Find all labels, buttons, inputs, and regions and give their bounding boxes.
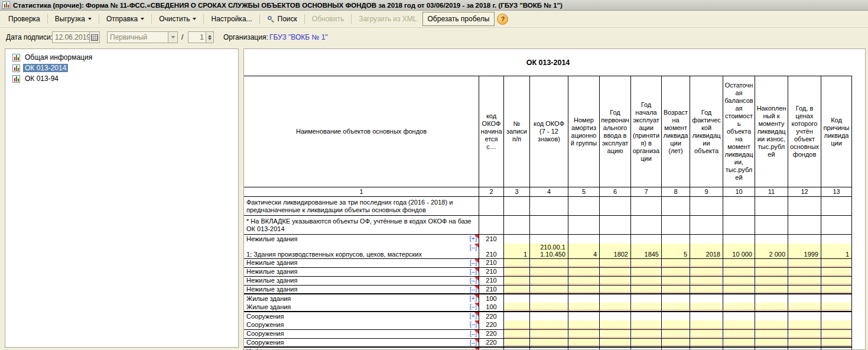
value-cell[interactable] <box>755 267 788 276</box>
required-empty-field[interactable] <box>822 277 851 284</box>
required-empty-field[interactable] <box>691 268 722 276</box>
required-empty-field[interactable] <box>531 320 567 329</box>
required-empty-field[interactable] <box>600 320 630 329</box>
value-cell[interactable] <box>631 276 662 285</box>
value-cell[interactable] <box>690 258 723 267</box>
value-cell[interactable] <box>600 285 631 294</box>
required-empty-field[interactable] <box>662 277 689 284</box>
required-empty-field[interactable] <box>662 303 689 310</box>
value-cell[interactable] <box>530 338 568 347</box>
value-cell[interactable] <box>530 276 568 285</box>
value-cell[interactable] <box>755 303 788 312</box>
required-empty-field[interactable] <box>662 339 689 346</box>
required-empty-field[interactable] <box>569 303 599 310</box>
value-cell[interactable]: 1845 <box>631 244 662 259</box>
value-cell[interactable] <box>690 267 723 276</box>
okof-prefix-cell[interactable]: 100 <box>479 294 504 303</box>
value-cell[interactable] <box>504 285 530 294</box>
value-cell[interactable] <box>755 320 788 329</box>
value-cell[interactable] <box>821 258 852 267</box>
value-cell[interactable] <box>723 329 755 338</box>
required-empty-field[interactable] <box>569 268 599 276</box>
value-cell[interactable] <box>723 285 755 294</box>
required-empty-field[interactable] <box>505 330 529 338</box>
value-cell[interactable] <box>821 276 852 285</box>
row-name-cell[interactable]: Нежилые здания[–] <box>244 267 479 276</box>
value-cell[interactable] <box>723 320 755 329</box>
value-cell[interactable] <box>600 276 631 285</box>
row-name-cell[interactable]: Нежилые здания[–] <box>244 276 479 285</box>
required-empty-field[interactable] <box>756 268 787 276</box>
row-name-cell[interactable]: 1; Здания производственных корпусов, цех… <box>244 244 479 259</box>
required-empty-field[interactable] <box>691 339 722 346</box>
value-cell[interactable] <box>600 267 631 276</box>
value-cell[interactable] <box>568 303 600 312</box>
required-empty-field[interactable] <box>569 259 599 267</box>
required-empty-field[interactable] <box>662 259 689 267</box>
value-cell[interactable]: 1 <box>821 244 852 259</box>
value-cell[interactable] <box>631 303 662 312</box>
clear-menu-button[interactable]: Очистить <box>154 12 201 26</box>
required-empty-field[interactable] <box>691 320 722 329</box>
required-empty-field[interactable] <box>724 303 754 310</box>
required-empty-field[interactable] <box>789 259 820 267</box>
required-empty-field[interactable] <box>569 277 599 284</box>
required-empty-field[interactable] <box>756 277 787 284</box>
value-cell[interactable] <box>690 285 723 294</box>
required-empty-field[interactable] <box>756 259 787 267</box>
value-cell[interactable] <box>568 276 600 285</box>
help-button[interactable]: ? <box>497 14 508 25</box>
value-cell[interactable] <box>755 329 788 338</box>
okof-prefix-cell[interactable]: 220 <box>479 329 504 338</box>
value-cell[interactable] <box>788 276 821 285</box>
okof-prefix-cell[interactable]: 220 <box>479 320 504 329</box>
value-cell[interactable]: 2018 <box>690 244 723 259</box>
required-empty-field[interactable] <box>632 320 661 329</box>
row-name-cell[interactable]: * На ВКЛАДКЕ указываются объекты ОФ, учт… <box>244 216 479 235</box>
organization-link[interactable]: ГБУЗ "ВОКБ № 1" <box>269 33 328 41</box>
required-empty-field[interactable] <box>756 303 787 310</box>
value-cell[interactable]: 1 <box>504 244 530 259</box>
required-empty-field[interactable] <box>822 303 851 310</box>
required-empty-field[interactable] <box>505 277 529 284</box>
value-cell[interactable] <box>631 329 662 338</box>
value-cell[interactable] <box>568 338 600 347</box>
value-cell[interactable] <box>504 258 530 267</box>
calendar-button[interactable] <box>89 31 100 43</box>
required-empty-field[interactable] <box>505 259 529 267</box>
value-cell[interactable] <box>568 329 600 338</box>
required-empty-field[interactable] <box>822 330 851 338</box>
required-empty-field[interactable] <box>724 339 754 346</box>
required-empty-field[interactable] <box>600 277 630 284</box>
required-empty-field[interactable] <box>756 286 787 293</box>
required-empty-field[interactable] <box>531 259 567 267</box>
value-cell[interactable] <box>568 267 600 276</box>
trim-spaces-button[interactable]: Обрезать пробелы <box>422 12 495 26</box>
required-empty-field[interactable] <box>691 277 722 284</box>
required-empty-field[interactable] <box>756 320 787 329</box>
required-empty-field[interactable] <box>756 330 787 338</box>
value-cell[interactable] <box>662 267 690 276</box>
value-cell[interactable] <box>504 276 530 285</box>
value-cell[interactable] <box>600 320 631 329</box>
required-empty-field[interactable] <box>691 303 722 310</box>
row-name-cell[interactable]: Нежилые здания[–] <box>244 285 479 294</box>
value-cell[interactable] <box>723 338 755 347</box>
value-cell[interactable]: 5 <box>662 244 690 259</box>
required-empty-field[interactable] <box>789 268 820 276</box>
okof-prefix-cell[interactable]: 220 <box>479 312 504 320</box>
value-cell[interactable] <box>821 329 852 338</box>
required-empty-field[interactable] <box>531 339 567 346</box>
required-empty-field[interactable] <box>789 330 820 338</box>
value-cell[interactable] <box>662 329 690 338</box>
required-empty-field[interactable] <box>632 303 661 310</box>
value-cell[interactable] <box>690 303 723 312</box>
required-empty-field[interactable] <box>569 330 599 338</box>
tree-item-ok-013-2014[interactable]: ОК 013-2014 <box>5 63 238 73</box>
signature-date-input[interactable]: 12.06.2019 <box>52 31 90 43</box>
okof-prefix-cell[interactable]: 210 <box>479 276 504 285</box>
okof-prefix-cell[interactable]: 210 <box>479 267 504 276</box>
value-cell[interactable] <box>568 258 600 267</box>
value-cell[interactable]: 210.00.1 1.10.450 <box>530 244 568 259</box>
okof-prefix-cell[interactable]: 100 <box>479 303 504 312</box>
